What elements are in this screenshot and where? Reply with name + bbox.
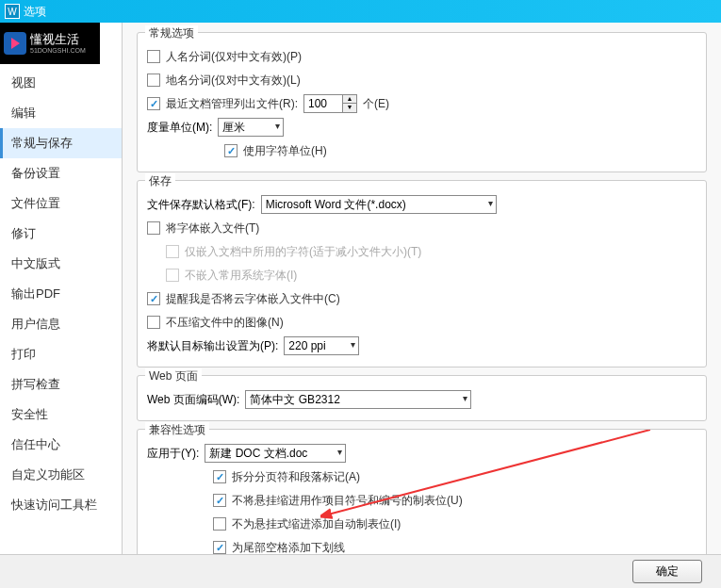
group-save: 保存 文件保存默认格式(F): Microsoft Word 文件(*.docx… bbox=[137, 180, 707, 368]
select-default-output[interactable]: 220 ppi bbox=[284, 336, 359, 355]
checkbox-place-name[interactable] bbox=[147, 74, 160, 87]
ok-button[interactable]: 确定 bbox=[632, 560, 702, 583]
label-unit: 度量单位(M): bbox=[147, 120, 212, 136]
checkbox-split-page[interactable] bbox=[213, 470, 226, 483]
checkbox-recent-docs[interactable] bbox=[147, 97, 160, 110]
checkbox-embed-used-only bbox=[166, 245, 179, 258]
label-embed-fonts: 将字体嵌入文件(T) bbox=[166, 220, 259, 237]
label-split-page: 拆分分页符和段落标记(A) bbox=[232, 469, 360, 485]
group-title-save: 保存 bbox=[145, 173, 175, 189]
group-title-general: 常规选项 bbox=[145, 25, 198, 41]
label-remind-cloud: 提醒我是否将云字体嵌入文件中(C) bbox=[166, 291, 340, 307]
sidebar-item-14[interactable]: 快速访问工具栏 bbox=[0, 490, 122, 520]
group-web: Web 页面 Web 页面编码(W): 简体中文 GB2312 bbox=[137, 375, 707, 421]
sidebar-item-11[interactable]: 安全性 bbox=[0, 400, 122, 430]
spinner-up[interactable]: ▲ bbox=[343, 95, 356, 104]
label-no-hang-indent: 不将悬挂缩进用作项目符号和编号的制表位(U) bbox=[232, 493, 463, 509]
label-default-format: 文件保存默认格式(F): bbox=[147, 197, 255, 213]
checkbox-no-hang-tab[interactable] bbox=[213, 517, 226, 531]
label-recent-unit: 个(E) bbox=[363, 96, 389, 112]
sidebar-item-5[interactable]: 修订 bbox=[0, 219, 122, 249]
sidebar-item-9[interactable]: 打印 bbox=[0, 339, 122, 369]
play-icon bbox=[4, 32, 26, 55]
label-recent-docs: 最近文档管理列出文件(R): bbox=[166, 96, 298, 112]
checkbox-no-hang-indent[interactable] bbox=[213, 494, 226, 507]
label-default-output: 将默认目标输出设置为(P): bbox=[147, 338, 278, 354]
sidebar-item-3[interactable]: 备份设置 bbox=[0, 158, 122, 188]
checkbox-char-unit[interactable] bbox=[224, 144, 238, 157]
label-char-unit: 使用字符单位(H) bbox=[243, 143, 327, 159]
sidebar-item-13[interactable]: 自定义功能区 bbox=[0, 460, 122, 490]
spinner-recent-count[interactable]: ▲ ▼ bbox=[303, 94, 357, 113]
checkbox-tail-underline[interactable] bbox=[213, 541, 226, 554]
group-title-web: Web 页面 bbox=[145, 368, 202, 384]
content-panel: 常规选项 人名分词(仅对中文有效)(P) 地名分词(仅对中文有效)(L) 最近文… bbox=[123, 23, 721, 588]
checkbox-no-compress-img[interactable] bbox=[147, 316, 160, 329]
sidebar-item-1[interactable]: 编辑 bbox=[0, 98, 122, 128]
sidebar-item-7[interactable]: 输出PDF bbox=[0, 279, 122, 309]
label-no-hang-tab: 不为悬挂式缩进添加自动制表位(I) bbox=[232, 516, 401, 532]
checkbox-embed-fonts[interactable] bbox=[147, 221, 160, 235]
select-unit[interactable]: 厘米 bbox=[218, 118, 284, 137]
sidebar-item-6[interactable]: 中文版式 bbox=[0, 249, 122, 279]
sidebar-item-0[interactable]: 视图 bbox=[0, 68, 122, 98]
sidebar-item-10[interactable]: 拼写检查 bbox=[0, 369, 122, 400]
checkbox-person-name[interactable] bbox=[147, 50, 160, 63]
select-web-encoding[interactable]: 简体中文 GB2312 bbox=[245, 390, 471, 409]
group-general: 常规选项 人名分词(仅对中文有效)(P) 地名分词(仅对中文有效)(L) 最近文… bbox=[137, 32, 707, 172]
label-person-name: 人名分词(仅对中文有效)(P) bbox=[166, 49, 302, 65]
sidebar-item-2[interactable]: 常规与保存 bbox=[0, 128, 122, 158]
spinner-down[interactable]: ▼ bbox=[343, 104, 356, 112]
sidebar: 视图编辑常规与保存备份设置文件位置修订中文版式输出PDF用户信息打印拼写检查安全… bbox=[0, 23, 123, 588]
window-title: 选项 bbox=[24, 4, 46, 20]
label-no-embed-system: 不嵌入常用系统字体(I) bbox=[185, 268, 297, 284]
label-no-compress-img: 不压缩文件中的图像(N) bbox=[166, 315, 284, 331]
label-tail-underline: 为尾部空格添加下划线 bbox=[232, 540, 345, 556]
sidebar-item-4[interactable]: 文件位置 bbox=[0, 188, 122, 219]
input-recent-count[interactable] bbox=[304, 95, 342, 112]
label-place-name: 地名分词(仅对中文有效)(L) bbox=[166, 73, 301, 89]
label-web-encoding: Web 页面编码(W): bbox=[147, 392, 239, 408]
sidebar-item-8[interactable]: 用户信息 bbox=[0, 309, 122, 339]
logo-text: 懂视生活 bbox=[30, 33, 86, 46]
checkbox-remind-cloud[interactable] bbox=[147, 292, 160, 305]
label-apply-to: 应用于(Y): bbox=[147, 446, 199, 462]
label-embed-used-only: 仅嵌入文档中所用的字符(适于减小文件大小)(T) bbox=[185, 244, 421, 260]
sidebar-item-12[interactable]: 信任中心 bbox=[0, 430, 122, 460]
logo-subtext: 51DONGSHI.COM bbox=[30, 47, 86, 54]
select-apply-to[interactable]: 新建 DOC 文档.doc bbox=[205, 444, 346, 463]
watermark-logo: 懂视生活 51DONGSHI.COM bbox=[0, 23, 100, 64]
select-default-format[interactable]: Microsoft Word 文件(*.docx) bbox=[261, 195, 497, 214]
checkbox-no-embed-system bbox=[166, 269, 179, 282]
app-icon: W bbox=[5, 4, 20, 19]
group-title-compat: 兼容性选项 bbox=[145, 422, 209, 438]
button-bar: 确定 bbox=[0, 554, 721, 588]
